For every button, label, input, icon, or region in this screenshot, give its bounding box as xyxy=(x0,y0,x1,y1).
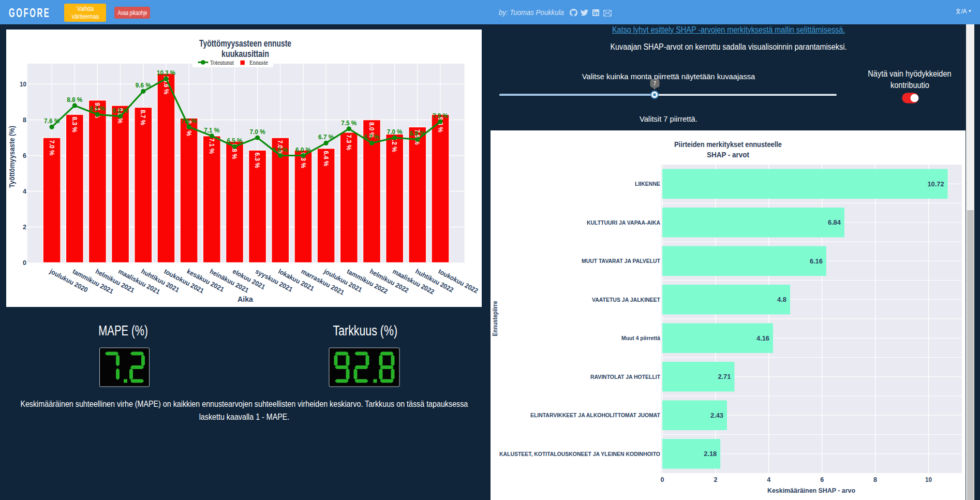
svg-text:2.71: 2.71 xyxy=(718,373,731,380)
svg-text:Aika: Aika xyxy=(237,295,254,303)
svg-text:6: 6 xyxy=(23,152,26,159)
svg-text:6.7 %: 6.7 % xyxy=(318,133,334,141)
svg-text:8.8 %: 8.8 % xyxy=(67,96,82,104)
svg-text:9.6 %: 9.6 % xyxy=(136,81,151,89)
svg-text:Työttömyysasteen ennuste: Työttömyysasteen ennuste xyxy=(199,38,291,49)
svg-text:6.84: 6.84 xyxy=(828,218,841,226)
svg-text:Työttömyysaste (%): Työttömyysaste (%) xyxy=(7,126,16,188)
svg-text:0: 0 xyxy=(661,476,664,483)
svg-text:RAVINTOLAT JA HOTELLIT: RAVINTOLAT JA HOTELLIT xyxy=(590,374,660,380)
svg-text:10: 10 xyxy=(925,476,932,483)
svg-text:8.3 %: 8.3 % xyxy=(71,117,79,133)
svg-text:10: 10 xyxy=(20,80,26,88)
svg-text:7.0 %: 7.0 % xyxy=(387,128,403,136)
svg-text:7.5 %: 7.5 % xyxy=(341,119,357,127)
svg-text:8.7 %: 8.7 % xyxy=(139,110,147,125)
svg-text:Ennustepiirre: Ennustepiirre xyxy=(491,301,499,336)
svg-text:2: 2 xyxy=(23,223,26,231)
svg-text:6: 6 xyxy=(820,476,824,483)
svg-text:8.3 %: 8.3 % xyxy=(90,105,105,112)
svg-text:LIIKENNE: LIIKENNE xyxy=(635,181,660,187)
svg-text:6.4 %: 6.4 % xyxy=(322,151,330,166)
svg-text:7: 7 xyxy=(654,80,657,86)
svg-text:8: 8 xyxy=(873,476,877,483)
svg-text:6.9 %: 6.9 % xyxy=(410,129,425,137)
svg-text:Ennuste: Ennuste xyxy=(249,59,268,66)
svg-text:8.2 %: 8.2 % xyxy=(113,107,128,114)
svg-text:KULTTUURI JA VAPAA-AIKA: KULTTUURI JA VAPAA-AIKA xyxy=(587,219,660,226)
svg-text:7.0 %: 7.0 % xyxy=(48,140,56,156)
svg-text:4: 4 xyxy=(767,476,771,483)
svg-text:7.3 %: 7.3 % xyxy=(345,135,353,150)
svg-text:7.6 %: 7.6 % xyxy=(181,117,197,125)
svg-text:6.3 %: 6.3 % xyxy=(254,153,261,168)
svg-text:8: 8 xyxy=(23,116,26,124)
svg-text:2.18: 2.18 xyxy=(704,450,717,458)
svg-text:7.6 %: 7.6 % xyxy=(44,117,60,125)
svg-text:7.1 %: 7.1 % xyxy=(208,138,216,154)
svg-text:6.5 %: 6.5 % xyxy=(227,137,243,144)
svg-text:2: 2 xyxy=(714,476,717,483)
svg-text:Piirteiden merkitykset ennuste: Piirteiden merkitykset ennusteelle xyxy=(674,140,782,149)
svg-text:VAATETUS JA JALKINEET: VAATETUS JA JALKINEET xyxy=(592,297,660,303)
svg-text:6.16: 6.16 xyxy=(810,257,823,265)
svg-text:10.3 %: 10.3 % xyxy=(157,69,175,77)
svg-text:7.9 %: 7.9 % xyxy=(433,112,448,120)
svg-text:6.0 %: 6.0 % xyxy=(273,146,288,154)
svg-text:0: 0 xyxy=(23,259,26,267)
svg-text:7.0 %: 7.0 % xyxy=(250,128,265,136)
svg-text:7.1 %: 7.1 % xyxy=(204,126,219,134)
svg-text:6.7 %: 6.7 % xyxy=(364,133,380,141)
svg-text:4.8: 4.8 xyxy=(777,296,786,303)
svg-text:KALUSTEET, KOTITALOUSKONEET JA: KALUSTEET, KOTITALOUSKONEET JA YLEINEN K… xyxy=(499,451,660,457)
svg-text:Muut 4 piirrettä: Muut 4 piirrettä xyxy=(621,335,661,341)
svg-text:4: 4 xyxy=(23,187,27,195)
svg-text:6.0 %: 6.0 % xyxy=(295,146,311,154)
svg-text:Keskimääräinen SHAP - arvo: Keskimääräinen SHAP - arvo xyxy=(767,487,855,494)
svg-text:SHAP - arvot: SHAP - arvot xyxy=(707,150,749,159)
svg-text:10.72: 10.72 xyxy=(928,180,944,188)
svg-text:4.16: 4.16 xyxy=(756,334,769,342)
svg-text:ELINTARVIKKEET JA ALKOHOLITTOM: ELINTARVIKKEET JA ALKOHOLITTOMAT JUOMAT xyxy=(530,412,660,418)
svg-text:2.43: 2.43 xyxy=(710,411,723,419)
svg-text:Toteutunut: Toteutunut xyxy=(210,59,234,66)
svg-text:MUUT TAVARAT JA PALVELUT: MUUT TAVARAT JA PALVELUT xyxy=(582,258,660,264)
